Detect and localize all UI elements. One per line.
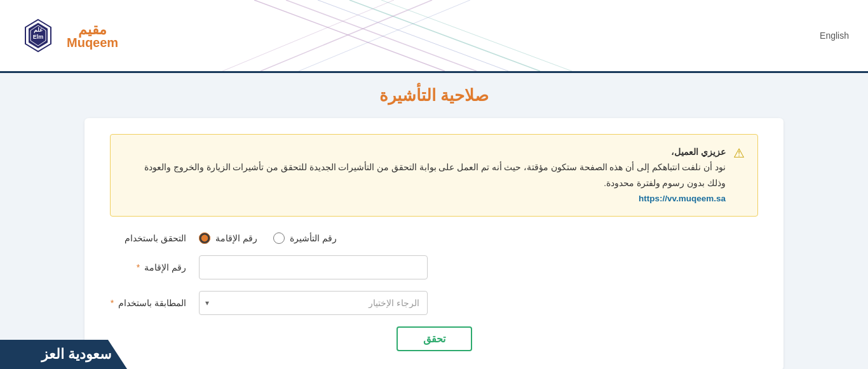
elm-logo: Elm علم xyxy=(19,17,57,55)
iqama-required: * xyxy=(137,262,140,272)
muqeem-logo: مقيم Muqeem xyxy=(67,22,118,50)
radio-visa-input[interactable] xyxy=(273,232,285,244)
warning-line1: نود أن نلفت انتباهكم إلى أن هذه الصفحة س… xyxy=(144,163,726,172)
verify-label: التحقق باستخدام xyxy=(110,233,186,243)
bottom-banner: سعودية العز xyxy=(0,340,127,369)
svg-line-6 xyxy=(261,0,432,71)
svg-line-0 xyxy=(254,0,445,71)
radio-visa-item[interactable]: رقم التأشيرة xyxy=(273,232,337,244)
svg-line-1 xyxy=(286,0,477,71)
logo-area: مقيم Muqeem Elm علم xyxy=(19,17,118,55)
radio-iqama-label: رقم الإقامة xyxy=(215,233,257,243)
warning-text: عزيزي العميل، نود أن نلفت انتباهكم إلى أ… xyxy=(144,144,726,206)
warning-box: ⚠ عزيزي العميل، نود أن نلفت انتباهكم إلى… xyxy=(110,134,758,217)
main-content: صلاحية التأشيرة ⚠ عزيزي العميل، نود أن ن… xyxy=(0,73,868,369)
svg-line-4 xyxy=(381,0,572,71)
svg-line-5 xyxy=(222,0,394,71)
page-title: صلاحية التأشيرة xyxy=(38,86,830,105)
form-card: ⚠ عزيزي العميل، نود أن نلفت انتباهكم إلى… xyxy=(85,118,783,369)
select-wrapper: الرجاء الإختيار تاريخ الميلاد رقم الجواز… xyxy=(199,291,428,315)
english-link[interactable]: English xyxy=(820,30,849,41)
match-required: * xyxy=(111,298,114,308)
radio-iqama-input[interactable] xyxy=(199,232,210,244)
svg-line-3 xyxy=(349,0,540,71)
iqama-row: رقم الإقامة * xyxy=(110,255,758,279)
match-label: المطابقة باستخدام * xyxy=(110,298,186,308)
warning-title: عزيزي العميل، xyxy=(671,147,726,157)
radio-iqama-item[interactable]: رقم الإقامة xyxy=(199,232,257,244)
submit-button[interactable]: تحقق xyxy=(397,326,472,351)
muqeem-english: Muqeem xyxy=(67,36,118,50)
warning-icon: ⚠ xyxy=(733,145,745,161)
iqama-label: رقم الإقامة * xyxy=(110,262,186,272)
submit-row: تحقق xyxy=(110,326,758,351)
svg-text:Elm: Elm xyxy=(33,34,44,40)
verify-row: رقم التأشيرة رقم الإقامة التحقق باستخدام xyxy=(110,232,758,244)
radio-group: رقم التأشيرة رقم الإقامة xyxy=(199,232,337,244)
warning-link[interactable]: https://vv.muqeem.sa xyxy=(639,194,726,203)
match-select[interactable]: الرجاء الإختيار تاريخ الميلاد رقم الجواز xyxy=(199,291,428,315)
svg-line-7 xyxy=(299,0,470,71)
match-row: الرجاء الإختيار تاريخ الميلاد رقم الجواز… xyxy=(110,291,758,315)
radio-visa-label: رقم التأشيرة xyxy=(290,233,337,243)
warning-line2: وذلك بدون رسوم ولفترة محدودة. xyxy=(604,178,726,188)
iqama-input[interactable] xyxy=(199,255,428,279)
svg-text:علم: علم xyxy=(34,27,43,34)
header: English مقيم Muqeem Elm علم xyxy=(0,0,868,73)
svg-line-2 xyxy=(318,0,508,71)
